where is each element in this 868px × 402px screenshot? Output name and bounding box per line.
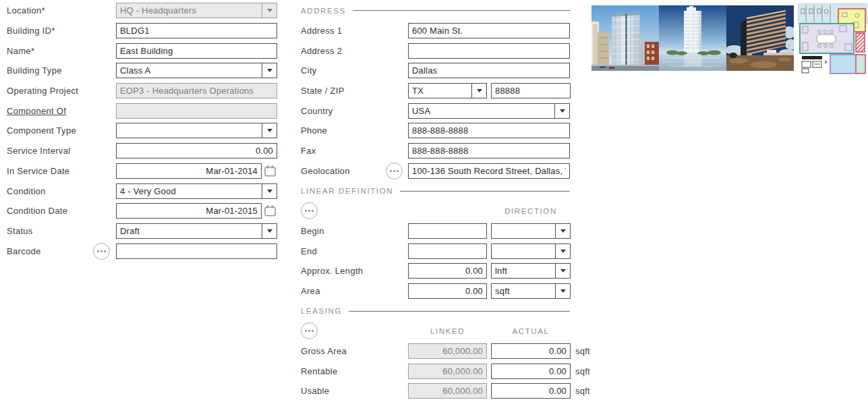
approx-length-unit-select[interactable]: lnft bbox=[491, 263, 571, 279]
begin-direction-select[interactable] bbox=[491, 223, 571, 239]
usable-linked-input bbox=[408, 383, 487, 399]
ellipsis-button[interactable] bbox=[93, 243, 110, 260]
address2-row: Address 2 bbox=[301, 40, 598, 61]
rentable-unit-label: sqft bbox=[575, 366, 590, 376]
end-direction-select[interactable] bbox=[491, 243, 571, 259]
chevron-down-icon bbox=[262, 3, 277, 18]
name-input[interactable] bbox=[116, 43, 277, 59]
geolocation-row: Geolocation bbox=[301, 161, 598, 181]
condition-select[interactable]: 4 - Very Good bbox=[116, 183, 277, 199]
service-interval-label: Service Interval bbox=[7, 146, 70, 156]
component-of-input bbox=[116, 103, 277, 119]
calendar-icon[interactable] bbox=[264, 165, 276, 177]
building-type-select[interactable]: Class A bbox=[116, 63, 277, 78]
component-type-select[interactable] bbox=[116, 123, 277, 138]
section-divider bbox=[349, 311, 570, 312]
operating-project-label: Operating Project bbox=[7, 86, 78, 96]
fax-row: Fax bbox=[301, 141, 598, 161]
area-row: Area sqft bbox=[301, 281, 598, 302]
approx-length-row: Approx. Length lnft bbox=[301, 261, 598, 281]
gross-area-actual-input[interactable] bbox=[491, 343, 571, 359]
phone-input[interactable] bbox=[408, 123, 570, 138]
state-zip-row: State / ZIP TX bbox=[301, 81, 598, 101]
address2-label: Address 2 bbox=[301, 46, 342, 56]
location-select[interactable]: HQ - Headquarters bbox=[116, 3, 277, 18]
chevron-down-icon bbox=[555, 284, 570, 298]
condition-label: Condition bbox=[7, 186, 46, 196]
ellipsis-button[interactable] bbox=[301, 322, 318, 339]
section-divider bbox=[353, 10, 570, 11]
usable-unit-label: sqft bbox=[575, 386, 590, 396]
ellipsis-button[interactable] bbox=[301, 202, 318, 219]
geolocation-input[interactable] bbox=[408, 163, 570, 179]
in-service-date-label: In Service Date bbox=[7, 166, 69, 176]
direction-header-row: DIRECTION bbox=[301, 201, 598, 221]
country-label: Country bbox=[301, 106, 333, 116]
end-label: End bbox=[301, 246, 317, 256]
service-interval-row: Service Interval bbox=[7, 141, 278, 161]
component-of-link[interactable]: Component Of bbox=[7, 106, 66, 116]
leasing-section-header: LEASING bbox=[301, 301, 598, 321]
begin-label: Begin bbox=[301, 226, 324, 236]
in-service-date-input[interactable] bbox=[116, 163, 262, 179]
status-select[interactable]: Draft bbox=[116, 223, 277, 239]
chevron-down-icon bbox=[554, 104, 569, 118]
zip-input[interactable] bbox=[491, 83, 571, 98]
usable-row: Usable sqft bbox=[301, 381, 598, 401]
service-interval-input[interactable] bbox=[116, 143, 277, 159]
ellipsis-button[interactable] bbox=[386, 163, 403, 179]
building-photo-construction[interactable] bbox=[726, 5, 794, 71]
building-type-row: Building Type Class A bbox=[7, 61, 278, 81]
linked-column-header: LINKED bbox=[408, 327, 487, 335]
building-photo-waterfront-tower[interactable] bbox=[659, 5, 726, 71]
state-select[interactable]: TX bbox=[408, 83, 487, 98]
area-label: Area bbox=[301, 286, 320, 296]
chevron-down-icon bbox=[262, 224, 277, 238]
rentable-label: Rentable bbox=[301, 366, 337, 376]
begin-input[interactable] bbox=[408, 223, 487, 239]
actual-column-header: ACTUAL bbox=[491, 327, 571, 335]
status-row: Status Draft bbox=[7, 221, 278, 241]
fax-input[interactable] bbox=[408, 143, 570, 159]
rentable-row: Rentable sqft bbox=[301, 361, 598, 381]
leasing-column-headers-row: LINKED ACTUAL bbox=[301, 321, 598, 341]
building-photo-gallery bbox=[591, 5, 794, 71]
floor-plan-image[interactable] bbox=[798, 3, 867, 75]
address1-input[interactable] bbox=[408, 23, 570, 38]
building-id-label: Building ID* bbox=[7, 26, 55, 36]
usable-actual-input[interactable] bbox=[491, 383, 571, 399]
approx-length-input[interactable] bbox=[408, 263, 487, 279]
address1-row: Address 1 bbox=[301, 21, 598, 41]
condition-row: Condition 4 - Very Good bbox=[7, 181, 278, 201]
component-type-row: Component Type bbox=[7, 121, 278, 141]
building-type-label: Building Type bbox=[7, 65, 62, 76]
calendar-icon[interactable] bbox=[264, 205, 276, 217]
gross-area-row: Gross Area sqft bbox=[301, 341, 598, 362]
location-row: Location* HQ - Headquarters bbox=[7, 1, 278, 21]
city-row: City bbox=[301, 61, 598, 81]
barcode-input[interactable] bbox=[116, 243, 277, 259]
component-of-row: Component Of bbox=[7, 100, 278, 121]
building-photo-office-tower[interactable] bbox=[591, 5, 659, 71]
usable-label: Usable bbox=[301, 386, 329, 396]
country-row: Country USA bbox=[301, 100, 598, 121]
approx-length-label: Approx. Length bbox=[301, 266, 363, 276]
chevron-down-icon bbox=[471, 84, 486, 98]
location-label: Location* bbox=[7, 5, 45, 16]
component-type-label: Component Type bbox=[7, 125, 76, 136]
condition-date-input[interactable] bbox=[116, 203, 262, 219]
chevron-down-icon bbox=[262, 184, 277, 198]
chevron-down-icon bbox=[555, 224, 570, 238]
country-select[interactable]: USA bbox=[408, 103, 570, 119]
condition-date-row: Condition Date bbox=[7, 201, 278, 221]
address2-input[interactable] bbox=[408, 43, 570, 59]
area-unit-select[interactable]: sqft bbox=[491, 283, 571, 299]
building-id-input[interactable] bbox=[116, 23, 277, 38]
rentable-actual-input[interactable] bbox=[491, 364, 571, 379]
area-input[interactable] bbox=[408, 283, 487, 299]
city-input[interactable] bbox=[408, 63, 570, 78]
fax-label: Fax bbox=[301, 146, 316, 156]
chevron-down-icon bbox=[262, 123, 277, 138]
end-input[interactable] bbox=[408, 243, 487, 259]
geolocation-label: Geolocation bbox=[301, 166, 350, 176]
